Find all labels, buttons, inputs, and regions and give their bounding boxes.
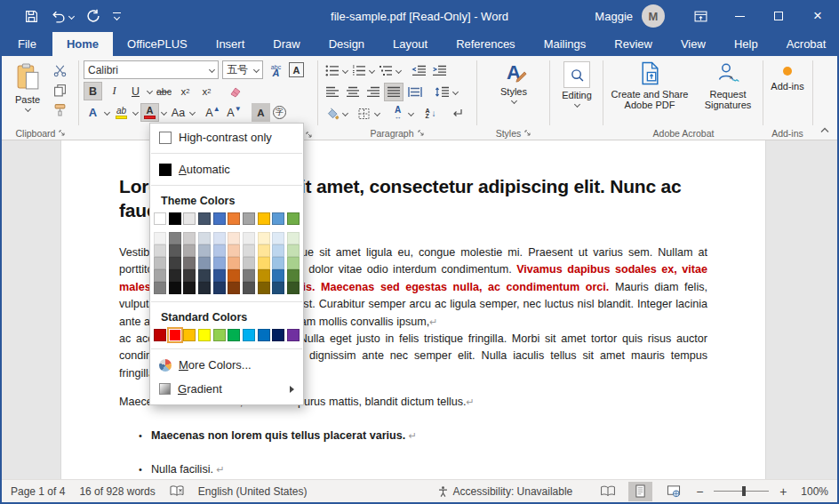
bullet-list-icon[interactable]: [323, 61, 341, 80]
color-swatch[interactable]: [169, 212, 181, 225]
color-swatch[interactable]: [169, 269, 181, 282]
color-swatch[interactable]: [213, 212, 226, 225]
color-swatch[interactable]: [228, 212, 240, 225]
color-swatch[interactable]: [154, 329, 166, 341]
color-swatch[interactable]: [258, 232, 270, 244]
color-swatch[interactable]: [198, 282, 211, 294]
grow-font-button[interactable]: A▲: [204, 103, 222, 122]
color-swatch[interactable]: [183, 212, 196, 225]
sort-icon[interactable]: AZ ↓: [421, 104, 440, 123]
color-swatch[interactable]: [213, 232, 226, 244]
color-swatch[interactable]: [154, 212, 166, 225]
color-swatch[interactable]: [228, 257, 240, 269]
collapse-ribbon-icon[interactable]: [820, 124, 829, 135]
color-swatch[interactable]: [287, 269, 300, 282]
undo-icon[interactable]: [51, 10, 74, 23]
distributed-icon[interactable]: [405, 83, 424, 101]
tab-references[interactable]: References: [442, 32, 529, 56]
font-dialog-launcher-icon[interactable]: [306, 132, 313, 139]
borders-icon[interactable]: [355, 104, 373, 123]
color-swatch[interactable]: [154, 269, 166, 282]
tab-acrobat[interactable]: Acrobat: [772, 32, 839, 56]
subscript-button[interactable]: x2: [176, 82, 195, 100]
color-swatch[interactable]: [287, 232, 300, 244]
automatic-color-item[interactable]: Automatic: [150, 157, 303, 181]
language-indicator[interactable]: English (United States): [198, 485, 308, 498]
color-swatch[interactable]: [272, 244, 284, 257]
tab-officeplus[interactable]: OfficePLUS: [113, 32, 202, 56]
color-swatch[interactable]: [213, 269, 226, 282]
line-spacing-dropdown-icon[interactable]: [452, 89, 459, 95]
underline-dropdown-icon[interactable]: [147, 88, 153, 94]
color-swatch[interactable]: [154, 232, 166, 244]
tab-insert[interactable]: Insert: [202, 32, 260, 56]
strikethrough-button[interactable]: abc: [155, 82, 173, 100]
color-swatch[interactable]: [198, 244, 211, 257]
color-swatch[interactable]: [243, 212, 255, 225]
tab-view[interactable]: View: [667, 32, 720, 56]
tab-review[interactable]: Review: [600, 32, 667, 56]
color-swatch[interactable]: [258, 269, 270, 282]
zoom-out-button[interactable]: −: [694, 484, 705, 499]
numbered-list-dropdown-icon[interactable]: [369, 68, 375, 74]
highlight-dropdown-icon[interactable]: [132, 109, 139, 116]
tab-help[interactable]: Help: [720, 32, 772, 56]
color-swatch[interactable]: [198, 257, 211, 269]
increase-indent-icon[interactable]: [430, 61, 449, 80]
read-mode-button[interactable]: [595, 482, 619, 501]
decrease-indent-icon[interactable]: [410, 61, 428, 80]
bold-button[interactable]: B: [84, 82, 102, 100]
color-swatch[interactable]: [272, 232, 284, 244]
close-button[interactable]: ×: [798, 0, 837, 32]
color-swatch[interactable]: [198, 269, 211, 282]
clipboard-dialog-launcher-icon[interactable]: [59, 130, 66, 137]
paste-dropdown-icon[interactable]: [24, 106, 30, 112]
change-case-button[interactable]: Aa: [169, 103, 188, 122]
repeat-icon[interactable]: [86, 9, 100, 23]
multilevel-list-dropdown-icon[interactable]: [396, 68, 402, 74]
text-effects-button[interactable]: A: [84, 103, 102, 122]
ribbon-display-options-icon[interactable]: [681, 0, 720, 32]
font-size-dropdown-icon[interactable]: [253, 67, 260, 73]
color-swatch[interactable]: [213, 257, 226, 269]
color-swatch[interactable]: [154, 282, 166, 294]
save-icon[interactable]: [25, 10, 38, 23]
color-swatch[interactable]: [198, 232, 211, 244]
editing-dropdown-icon[interactable]: [573, 101, 579, 108]
color-swatch[interactable]: [272, 329, 284, 341]
color-swatch[interactable]: [243, 269, 255, 282]
color-swatch[interactable]: [213, 244, 226, 257]
color-swatch[interactable]: [272, 269, 284, 282]
zoom-slider-handle[interactable]: [742, 486, 746, 496]
color-swatch[interactable]: [183, 232, 196, 244]
editing-button[interactable]: Editing: [552, 56, 602, 125]
color-swatch[interactable]: [169, 257, 181, 269]
color-swatch[interactable]: [243, 244, 255, 257]
phonetic-guide-button[interactable]: abc A: [267, 60, 285, 79]
superscript-button[interactable]: x2: [197, 82, 216, 100]
maximize-button[interactable]: [759, 0, 798, 32]
color-swatch[interactable]: [258, 212, 270, 225]
color-swatch[interactable]: [272, 212, 284, 225]
undo-dropdown-icon[interactable]: [68, 12, 75, 19]
color-swatch[interactable]: [228, 232, 240, 244]
color-swatch[interactable]: [272, 257, 284, 269]
color-swatch[interactable]: [183, 329, 196, 341]
avatar[interactable]: M: [642, 4, 665, 28]
color-swatch[interactable]: [228, 244, 240, 257]
copy-icon[interactable]: [51, 81, 69, 100]
accessibility-status[interactable]: Accessibility: Unavailable: [437, 485, 573, 498]
numbered-list-icon[interactable]: [349, 61, 368, 80]
paste-button[interactable]: Paste: [9, 58, 46, 127]
color-swatch[interactable]: [198, 212, 211, 225]
page-indicator[interactable]: Page 1 of 4: [11, 485, 65, 498]
color-swatch[interactable]: [198, 329, 211, 341]
tab-mailings[interactable]: Mailings: [530, 32, 601, 56]
font-color-button[interactable]: A: [140, 103, 159, 122]
color-swatch[interactable]: [183, 269, 196, 282]
color-swatch[interactable]: [243, 232, 255, 244]
character-scaling-icon[interactable]: A ↔: [388, 104, 407, 123]
color-swatch[interactable]: [243, 329, 255, 341]
underline-button[interactable]: U: [126, 82, 145, 100]
color-swatch[interactable]: [258, 257, 270, 269]
